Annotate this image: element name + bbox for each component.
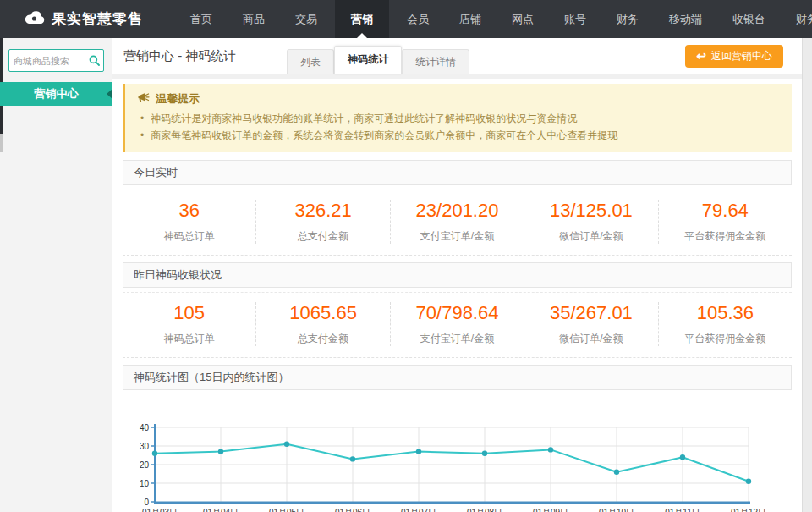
tips-line-2-text: 商家每笔神码收银订单的金额，系统会将资金转到商家的会员账户余额中，商家可在个人中… — [151, 127, 617, 144]
nav-item-财务[interactable]: 财务 — [604, 0, 651, 38]
page-header: 营销中心 - 神码统计 列表 神码统计 统计详情 ↩ 返回营销中心 — [112, 38, 802, 74]
line-chart: 01020304001月03日01月04日01月05日01月06日01月07日0… — [123, 417, 791, 512]
svg-text:0: 0 — [144, 498, 149, 507]
nav-menu: 首页商品交易营销会员店铺网点账号财务移动端收银台财务报表 — [175, 0, 812, 38]
content-area: 温馨提示 • 神码统计是对商家神马收银功能的账单统计，商家可通过此统计了解神码收… — [112, 79, 802, 512]
stat-label: 微信订单/金额 — [524, 229, 657, 244]
sidebar: 营销中心 — [0, 38, 112, 512]
svg-text:01月05日: 01月05日 — [269, 508, 304, 512]
tab-shenma-stats[interactable]: 神码统计 — [334, 46, 402, 74]
sidebar-item-label: 营销中心 — [35, 87, 79, 100]
stat-label: 神码总订单 — [123, 332, 255, 346]
svg-text:01月07日: 01月07日 — [401, 508, 436, 512]
nav-item-交易[interactable]: 交易 — [283, 0, 330, 38]
sidebar-search — [8, 49, 104, 72]
stat-label: 平台获得佣金金额 — [659, 229, 792, 244]
stat-value: 1065.65 — [256, 302, 389, 324]
stat-value: 79.64 — [659, 200, 792, 222]
tab-list[interactable]: 列表 — [287, 49, 334, 74]
stats-row-yesterday: 105神码总订单1065.65总支付金额70/798.64支付宝订单/金额35/… — [123, 292, 792, 358]
svg-text:01月12日: 01月12日 — [731, 508, 766, 512]
page-title: 营销中心 - 神码统计 — [112, 48, 236, 64]
search-input[interactable] — [9, 56, 85, 66]
nav-item-会员[interactable]: 会员 — [394, 0, 442, 38]
tab-stats-detail[interactable]: 统计详情 — [402, 49, 469, 74]
screen: 果实智慧零售 首页商品交易营销会员店铺网点账号财务移动端收银台财务报表 店铺 消… — [0, 0, 812, 512]
sidebar-item-arrow-icon — [107, 89, 112, 99]
stat-value: 105.36 — [659, 302, 792, 324]
svg-text:01月09日: 01月09日 — [533, 508, 568, 512]
back-arrow-icon: ↩ — [696, 49, 706, 63]
svg-text:01月06日: 01月06日 — [335, 508, 370, 512]
chart-container: 01020304001月03日01月04日01月05日01月06日01月07日0… — [123, 390, 792, 512]
svg-text:30: 30 — [140, 442, 150, 451]
search-icon[interactable] — [85, 55, 103, 66]
tips-line-2: • 商家每笔神码收银订单的金额，系统会将资金转到商家的会员账户余额中，商家可在个… — [137, 127, 780, 144]
stat-支付宝订单/金额: 23/201.20支付宝订单/金额 — [390, 200, 524, 244]
stat-总支付金额: 326.21总支付金额 — [255, 200, 389, 244]
stat-value: 70/798.64 — [391, 302, 524, 324]
section-header-chart: 神码统计图（15日内的统计图） — [123, 365, 792, 390]
left-edge-scroll-thumb[interactable] — [0, 134, 3, 152]
stats-row-today: 36神码总订单326.21总支付金额23/201.20支付宝订单/金额13/12… — [123, 190, 792, 256]
stat-label: 支付宝订单/金额 — [391, 332, 524, 346]
nav-item-店铺[interactable]: 店铺 — [447, 0, 494, 38]
svg-text:01月08日: 01月08日 — [467, 508, 502, 512]
svg-text:20: 20 — [140, 460, 150, 470]
brand[interactable]: 果实智慧零售 — [0, 9, 143, 30]
tips-line-1-text: 神码统计是对商家神马收银功能的账单统计，商家可通过此统计了解神码收银的状况与资金… — [151, 110, 577, 127]
stat-支付宝订单/金额: 70/798.64支付宝订单/金额 — [390, 302, 524, 346]
nav-item-首页[interactable]: 首页 — [178, 0, 225, 38]
back-to-marketing-button[interactable]: ↩ 返回营销中心 — [685, 45, 783, 68]
tips-line-1: • 神码统计是对商家神马收银功能的账单统计，商家可通过此统计了解神码收银的状况与… — [137, 110, 780, 127]
stat-神码总订单: 36神码总订单 — [123, 200, 255, 244]
tips-title-row: 温馨提示 — [137, 91, 780, 107]
stat-value: 326.21 — [256, 200, 389, 222]
section-header-today: 今日实时 — [123, 160, 792, 185]
bullet-icon: • — [140, 127, 144, 144]
stat-value: 105 — [123, 302, 255, 324]
stat-平台获得佣金金额: 79.64平台获得佣金金额 — [658, 200, 792, 244]
svg-text:01月03日: 01月03日 — [142, 508, 178, 512]
stat-label: 平台获得佣金金额 — [659, 332, 792, 346]
stat-平台获得佣金金额: 105.36平台获得佣金金额 — [658, 302, 792, 346]
svg-text:40: 40 — [140, 423, 150, 432]
nav-item-账号[interactable]: 账号 — [551, 0, 599, 38]
back-button-label: 返回营销中心 — [711, 49, 772, 63]
svg-text:01月11日: 01月11日 — [665, 508, 700, 512]
nav-item-收银台[interactable]: 收银台 — [720, 0, 778, 38]
stat-微信订单/金额: 35/267.01微信订单/金额 — [524, 302, 657, 346]
stat-微信订单/金额: 13/125.01微信订单/金额 — [524, 200, 657, 244]
stat-label: 神码总订单 — [123, 229, 255, 244]
stat-label: 支付宝订单/金额 — [391, 229, 524, 244]
nav-item-财务报表[interactable]: 财务报表 — [783, 0, 812, 38]
stat-value: 23/201.20 — [391, 200, 524, 222]
tab-bar: 列表 神码统计 统计详情 — [287, 38, 469, 74]
stat-value: 35/267.01 — [524, 302, 657, 324]
svg-text:10: 10 — [140, 479, 150, 488]
section-header-yesterday: 昨日神码收银状况 — [123, 262, 792, 288]
sidebar-item-marketing-center[interactable]: 营销中心 — [0, 82, 112, 106]
tips-title: 温馨提示 — [156, 91, 200, 107]
stat-label: 总支付金额 — [256, 332, 389, 346]
bullet-icon: • — [140, 110, 144, 127]
stat-label: 微信订单/金额 — [524, 332, 657, 346]
brand-name: 果实智慧零售 — [52, 9, 143, 29]
right-gutter — [802, 38, 812, 512]
top-navbar: 果实智慧零售 首页商品交易营销会员店铺网点账号财务移动端收银台财务报表 店铺 消… — [0, 0, 812, 38]
stat-总支付金额: 1065.65总支付金额 — [255, 302, 389, 346]
cloud-logo-icon — [24, 9, 46, 30]
svg-text:01月04日: 01月04日 — [203, 508, 239, 512]
megaphone-icon — [137, 92, 150, 106]
tips-box: 温馨提示 • 神码统计是对商家神马收银功能的账单统计，商家可通过此统计了解神码收… — [123, 84, 792, 152]
stat-label: 总支付金额 — [256, 229, 389, 244]
nav-item-网点[interactable]: 网点 — [499, 0, 546, 38]
svg-text:01月10日: 01月10日 — [599, 508, 634, 512]
nav-item-商品[interactable]: 商品 — [230, 0, 277, 38]
nav-item-移动端[interactable]: 移动端 — [656, 0, 715, 38]
stat-神码总订单: 105神码总订单 — [123, 302, 255, 346]
nav-item-营销[interactable]: 营销 — [335, 0, 389, 38]
stat-value: 36 — [123, 200, 255, 222]
stat-value: 13/125.01 — [524, 200, 657, 222]
main-content: 营销中心 - 神码统计 列表 神码统计 统计详情 ↩ 返回营销中心 温馨提示 — [112, 38, 802, 512]
